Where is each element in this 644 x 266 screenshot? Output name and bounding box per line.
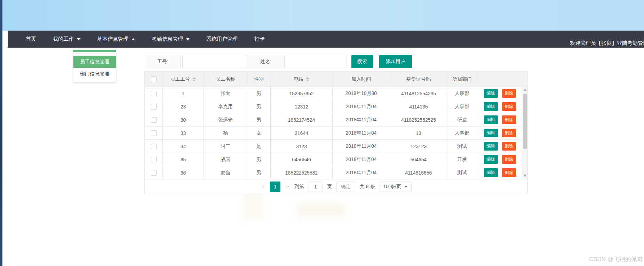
cell-r2-c0: 30 <box>163 113 204 126</box>
nav-item-label: 我的工作 <box>53 36 74 42</box>
search-toolbar: 工号: 姓名: 搜索 添加用户 <box>145 55 412 68</box>
delete-button[interactable]: 删除 <box>502 142 516 151</box>
dropdown-item-0[interactable]: 员工信息管理 <box>73 56 116 68</box>
goto-page-input[interactable] <box>309 182 323 192</box>
scroll-down-icon[interactable] <box>523 175 527 177</box>
cell-r5-c6: 开发 <box>447 153 477 166</box>
next-page-icon[interactable]: > <box>285 183 290 190</box>
cell-r3-c0: 33 <box>163 127 204 139</box>
goto-confirm-button[interactable]: 确定 <box>336 182 355 192</box>
add-user-button[interactable]: 添加用户 <box>379 55 412 68</box>
column-header-label: 所属部门 <box>452 76 472 82</box>
sort-icon[interactable] <box>306 77 309 81</box>
nav-item-2[interactable]: 基本信息管理 <box>89 31 143 48</box>
row-checkbox[interactable] <box>151 91 157 96</box>
edit-button[interactable]: 编辑 <box>484 115 498 124</box>
column-header-2: 性别 <box>247 72 271 87</box>
nav-item-label: 首页 <box>26 36 36 42</box>
page-size-value: 10 条/页 <box>383 184 401 190</box>
edit-button[interactable]: 编辑 <box>484 155 498 164</box>
worker-id-label: 工号: <box>145 55 181 68</box>
column-header-label: 加入时间 <box>351 76 371 82</box>
current-page-button[interactable]: 1 <box>270 182 280 192</box>
column-header-0[interactable]: 员工工号 <box>163 72 204 87</box>
sort-icon[interactable] <box>192 77 196 81</box>
column-header-label: 身份证号码 <box>406 76 431 82</box>
cell-r2-c3: 1852174524 <box>271 113 333 126</box>
chevron-down-icon <box>404 186 408 188</box>
edit-button[interactable]: 编辑 <box>484 102 498 111</box>
cell-r6-c5: 4114816656 <box>390 166 447 179</box>
delete-button[interactable]: 删除 <box>502 168 516 177</box>
nav-item-0[interactable]: 首页 <box>17 31 45 48</box>
table-row: 33杨女216442018年11月0413人事部编辑删除 <box>145 126 527 139</box>
cell-r0-c3: 152357952 <box>271 87 333 100</box>
row-actions-cell: 编辑删除 <box>477 153 523 166</box>
nav-item-3[interactable]: 考勤信息管理 <box>143 31 198 48</box>
cell-r4-c4: 2018年11月04 <box>333 140 390 153</box>
edit-button[interactable]: 编辑 <box>484 142 498 151</box>
chevron-down-icon <box>77 38 80 40</box>
cell-r1-c4: 2018年11月04 <box>333 100 390 113</box>
cell-r6-c0: 36 <box>163 166 204 179</box>
nav-item-label: 考勤信息管理 <box>152 36 183 42</box>
cell-r1-c6: 人事部 <box>447 100 477 113</box>
row-checkbox[interactable] <box>151 130 157 136</box>
cell-r3-c1: 杨 <box>204 127 247 139</box>
nav-item-4[interactable]: 系统用户管理 <box>198 31 246 48</box>
nav-item-label: 系统用户管理 <box>206 36 238 42</box>
page-size-select[interactable]: 10 条/页 <box>380 182 412 192</box>
cell-r1-c1: 李克用 <box>204 100 247 113</box>
name-input[interactable] <box>286 55 347 68</box>
cell-r4-c1: 阿三 <box>204 140 247 153</box>
nav-item-label: 打卡 <box>254 36 265 42</box>
delete-button[interactable]: 删除 <box>502 102 516 111</box>
total-count-label: 共 8 条 <box>360 184 375 190</box>
row-actions-cell: 编辑删除 <box>477 87 523 100</box>
cell-r5-c0: 35 <box>163 153 204 166</box>
chevron-down-icon <box>186 38 190 40</box>
edit-button[interactable]: 编辑 <box>484 89 498 98</box>
row-actions-cell: 编辑删除 <box>477 127 523 139</box>
select-all-checkbox[interactable] <box>151 76 157 82</box>
top-blue-band <box>0 0 644 31</box>
goto-suffix-label: 页 <box>327 184 332 190</box>
table-scrollbar[interactable] <box>522 87 527 179</box>
row-checkbox[interactable] <box>151 144 157 149</box>
row-checkbox[interactable] <box>151 117 157 123</box>
goto-prefix-label: 到第 <box>294 184 304 190</box>
delete-button[interactable]: 删除 <box>502 89 516 98</box>
row-actions-cell: 编辑删除 <box>477 166 523 179</box>
cell-r3-c4: 2018年11月04 <box>333 127 390 139</box>
row-checkbox[interactable] <box>151 170 157 176</box>
delete-button[interactable]: 删除 <box>502 115 516 124</box>
cell-r2-c1: 张远光 <box>204 113 247 126</box>
nav-item-1[interactable]: 我的工作 <box>45 31 89 48</box>
search-button[interactable]: 搜索 <box>351 55 373 68</box>
row-checkbox[interactable] <box>151 157 157 162</box>
delete-button[interactable]: 删除 <box>502 129 516 137</box>
delete-button[interactable]: 删除 <box>502 155 516 164</box>
nav-item-5[interactable]: 打卡 <box>246 31 273 48</box>
scrollbar-thumb[interactable] <box>523 94 527 149</box>
edit-button[interactable]: 编辑 <box>484 129 498 137</box>
chevron-up-icon <box>132 38 135 40</box>
row-checkbox[interactable] <box>151 104 157 110</box>
top-navbar: 首页我的工作基本信息管理考勤信息管理系统用户管理打卡 欢迎管理员【张良】登陆考勤… <box>8 31 644 48</box>
column-header-3[interactable]: 电话 <box>271 72 333 87</box>
column-header-1: 员工名称 <box>204 72 247 87</box>
worker-id-input[interactable] <box>182 55 246 68</box>
header-checkbox-cell <box>145 72 163 87</box>
table-row: 23李克用男123122018年11月044114135人事部编辑删除 <box>145 100 527 113</box>
edit-button[interactable]: 编辑 <box>484 168 498 177</box>
cell-r4-c2: 是 <box>247 140 271 153</box>
table-row: 1张太男1523579522018年10月304114812554235人事部编… <box>145 87 527 100</box>
table-row: 34阿三是31232018年11月04123123测试编辑删除 <box>145 139 527 153</box>
cell-r6-c4: 2018年11月04 <box>333 166 390 179</box>
table-row: 36麦当男1852225255822018年11月044114816656测试编… <box>145 166 527 179</box>
dropdown-item-1[interactable]: 部门信息管理 <box>73 68 116 80</box>
prev-page-icon[interactable]: < <box>261 183 265 190</box>
ghost-watermark <box>296 204 345 217</box>
scroll-up-icon[interactable] <box>523 89 527 91</box>
cell-r1-c2: 男 <box>247 100 271 113</box>
